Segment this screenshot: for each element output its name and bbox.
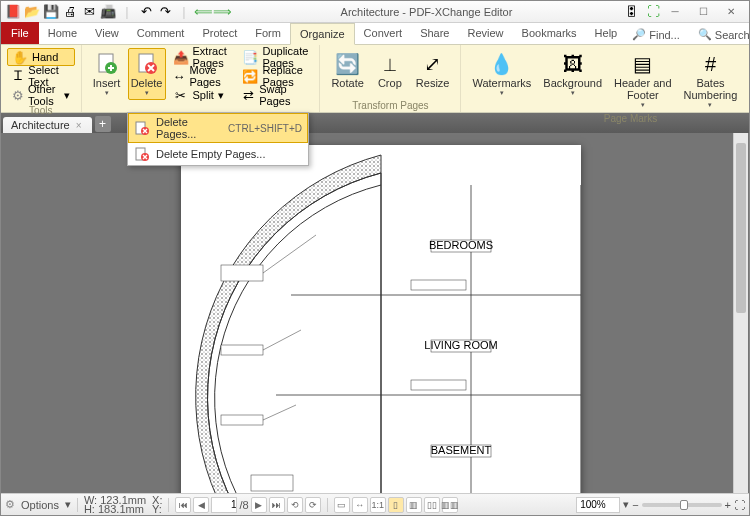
launch-icon[interactable]: ⛶ bbox=[645, 4, 661, 20]
close-button[interactable]: ✕ bbox=[717, 3, 745, 21]
minimize-button[interactable]: ─ bbox=[661, 3, 689, 21]
delete-page-icon bbox=[134, 51, 160, 77]
rotate-icon: 🔄 bbox=[335, 51, 361, 77]
tab-convert[interactable]: Convert bbox=[355, 22, 412, 44]
nav-fwd-button[interactable]: ⟳ bbox=[305, 497, 321, 513]
last-page-button[interactable]: ⏭ bbox=[269, 497, 285, 513]
view-mode-buttons: ▭ ↔ 1:1 ▯ ▥ ▯▯ ▥▥ bbox=[334, 497, 458, 513]
delete-button[interactable]: Delete▾ bbox=[128, 48, 166, 100]
quick-access-toolbar: 📕 📂 💾 🖨 ✉ 📠 | ↶ ↷ | ⟸ ⟹ bbox=[5, 4, 230, 20]
ribbon: ✋Hand ᏆSelect Text ⚙Other Tools▾ Tools I… bbox=[1, 45, 749, 113]
document-viewport[interactable]: BEDROOMS LIVING ROOM BASEMENT bbox=[1, 133, 749, 493]
two-page-button[interactable]: ▯▯ bbox=[424, 497, 440, 513]
watermarks-button[interactable]: 💧Watermarks▾ bbox=[467, 48, 536, 100]
open-icon[interactable]: 📂 bbox=[24, 4, 40, 20]
crop-button[interactable]: ⟂Crop bbox=[371, 48, 409, 92]
gear-icon: ⚙ bbox=[12, 87, 24, 103]
tab-bookmarks[interactable]: Bookmarks bbox=[513, 22, 586, 44]
menu-delete-empty-pages[interactable]: Delete Empty Pages... bbox=[128, 143, 308, 165]
page-input[interactable] bbox=[211, 497, 237, 513]
document-tab[interactable]: Architecture × bbox=[3, 117, 92, 133]
email-icon[interactable]: ✉ bbox=[81, 4, 97, 20]
header-footer-button[interactable]: ▤Header and Footer▾ bbox=[609, 48, 677, 112]
svg-text:LIVING ROOM: LIVING ROOM bbox=[424, 339, 497, 351]
rotate-button[interactable]: 🔄Rotate bbox=[326, 48, 368, 92]
replace-icon: 🔁 bbox=[242, 68, 258, 84]
tab-home[interactable]: Home bbox=[39, 22, 86, 44]
nav-back-button[interactable]: ⟲ bbox=[287, 497, 303, 513]
split-button[interactable]: ✂Split▾ bbox=[168, 86, 236, 104]
maximize-button[interactable]: ☐ bbox=[689, 3, 717, 21]
tab-organize[interactable]: Organize bbox=[290, 23, 355, 45]
menu-delete-pages[interactable]: Delete Pages... CTRL+SHIFT+D bbox=[128, 113, 308, 143]
svg-rect-18 bbox=[221, 265, 263, 281]
zoom-out-button[interactable]: − bbox=[632, 499, 638, 511]
zoom-input[interactable] bbox=[576, 497, 620, 513]
bates-button[interactable]: #Bates Numbering▾ bbox=[679, 48, 743, 112]
first-page-button[interactable]: ⏮ bbox=[175, 497, 191, 513]
close-tab-icon[interactable]: × bbox=[76, 120, 82, 131]
background-button[interactable]: 🖼Background▾ bbox=[538, 48, 607, 100]
ribbon-tabs: File Home View Comment Protect Form Orga… bbox=[1, 23, 749, 45]
back-icon[interactable]: ⟸ bbox=[195, 4, 211, 20]
resize-button[interactable]: ⤢Resize bbox=[411, 48, 455, 92]
move-icon: ↔ bbox=[173, 68, 186, 84]
zoom-in-button[interactable]: + bbox=[725, 499, 731, 511]
print-icon[interactable]: 🖨 bbox=[62, 4, 78, 20]
file-tab[interactable]: File bbox=[1, 22, 39, 44]
tab-share[interactable]: Share bbox=[411, 22, 458, 44]
background-icon: 🖼 bbox=[560, 51, 586, 77]
scan-icon[interactable]: 📠 bbox=[100, 4, 116, 20]
status-bar: ⚙ Options▾ W: 123.1mm H: 183.1mm X: Y: ⏮… bbox=[1, 493, 749, 515]
swap-pages-button[interactable]: ⇄Swap Pages bbox=[237, 86, 313, 104]
actual-size-button[interactable]: 1:1 bbox=[370, 497, 386, 513]
zoom-slider[interactable] bbox=[642, 503, 722, 507]
fullscreen-button[interactable]: ⛶ bbox=[734, 499, 745, 511]
tab-review[interactable]: Review bbox=[458, 22, 512, 44]
single-page-button[interactable]: ▯ bbox=[388, 497, 404, 513]
vertical-scrollbar[interactable] bbox=[733, 133, 748, 493]
number-pages-button[interactable]: 1̲Number Pages bbox=[744, 48, 750, 104]
scrollbar-thumb[interactable] bbox=[736, 143, 746, 313]
tab-help[interactable]: Help bbox=[586, 22, 627, 44]
qat-sep: | bbox=[119, 4, 135, 20]
other-tools-button[interactable]: ⚙Other Tools▾ bbox=[7, 86, 75, 104]
window-title: Architecture - PDF-XChange Editor bbox=[230, 6, 623, 18]
page-total: /8 bbox=[239, 499, 248, 511]
options-button[interactable]: Options bbox=[21, 499, 59, 511]
tab-comment[interactable]: Comment bbox=[128, 22, 194, 44]
new-tab-button[interactable]: + bbox=[95, 116, 111, 132]
svg-text:BASEMENT: BASEMENT bbox=[431, 444, 492, 456]
tab-view[interactable]: View bbox=[86, 22, 128, 44]
ui-options-icon[interactable]: 🎛 bbox=[623, 4, 639, 20]
redo-icon[interactable]: ↷ bbox=[157, 4, 173, 20]
tab-protect[interactable]: Protect bbox=[193, 22, 246, 44]
window-controls: ─ ☐ ✕ bbox=[661, 3, 745, 21]
insert-button[interactable]: Insert▾ bbox=[88, 48, 126, 100]
prev-page-button[interactable]: ◀ bbox=[193, 497, 209, 513]
save-icon[interactable]: 💾 bbox=[43, 4, 59, 20]
svg-text:BEDROOMS: BEDROOMS bbox=[429, 239, 493, 251]
extract-icon: 📤 bbox=[173, 49, 189, 65]
delete-pages-icon bbox=[134, 120, 150, 136]
svg-rect-21 bbox=[251, 475, 293, 491]
continuous-button[interactable]: ▥ bbox=[406, 497, 422, 513]
insert-page-icon bbox=[94, 51, 120, 77]
forward-icon[interactable]: ⟹ bbox=[214, 4, 230, 20]
fit-width-button[interactable]: ↔ bbox=[352, 497, 368, 513]
two-continuous-button[interactable]: ▥▥ bbox=[442, 497, 458, 513]
find-icon: 🔎 bbox=[632, 28, 646, 41]
search-button[interactable]: 🔍Search... bbox=[692, 25, 750, 44]
svg-rect-23 bbox=[411, 380, 466, 390]
zoom-thumb[interactable] bbox=[680, 500, 688, 510]
tab-form[interactable]: Form bbox=[246, 22, 290, 44]
next-page-button[interactable]: ▶ bbox=[251, 497, 267, 513]
move-pages-button[interactable]: ↔Move Pages bbox=[168, 67, 236, 85]
find-button[interactable]: 🔎Find... bbox=[626, 25, 686, 44]
architecture-drawing: BEDROOMS LIVING ROOM BASEMENT bbox=[181, 145, 581, 493]
status-height: H: 183.1mm bbox=[84, 505, 146, 514]
options-gear-icon[interactable]: ⚙ bbox=[5, 498, 15, 511]
fit-page-button[interactable]: ▭ bbox=[334, 497, 350, 513]
undo-icon[interactable]: ↶ bbox=[138, 4, 154, 20]
search-icon: 🔍 bbox=[698, 28, 712, 41]
